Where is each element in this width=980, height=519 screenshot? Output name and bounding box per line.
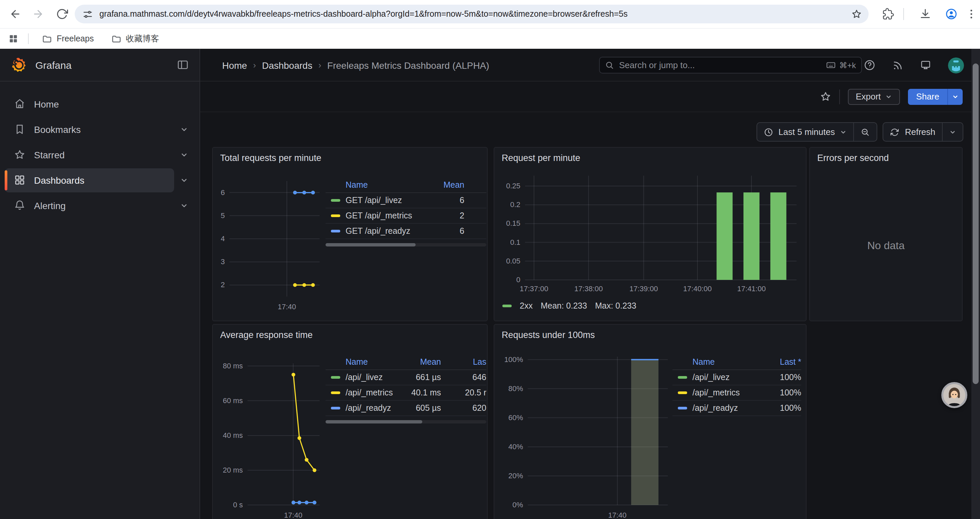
refresh-button[interactable]: Refresh [884,123,942,141]
expand-alerting-icon[interactable] [174,201,194,209]
total-requests-chart: 17:4065432 [213,170,323,314]
sidebar-item-bookmarks[interactable]: Bookmarks [5,117,194,142]
kiosk-monitor-icon[interactable] [920,59,931,71]
downloads-icon[interactable] [919,8,931,20]
help-icon[interactable] [864,59,875,71]
scrollbar-thumb[interactable] [973,64,978,384]
breadcrumb-separator: › [318,60,321,70]
breadcrumb-home[interactable]: Home [222,60,247,70]
legend-row[interactable]: /api/_readyz 100% [673,401,801,416]
legend-hscrollbar[interactable] [326,420,486,423]
svg-text:40%: 40% [508,442,523,451]
url-input[interactable] [99,10,851,19]
svg-text:17:37:00: 17:37:00 [520,284,548,293]
series-color-dash [331,214,340,217]
svg-text:20 ms: 20 ms [223,466,243,474]
panel-errors-per-second: Errors per second No data [809,147,963,321]
svg-text:40 ms: 40 ms [223,431,243,439]
svg-text:20%: 20% [508,471,523,480]
under-100ms-chart: 17:40100%80%60%40%20%0% [494,355,671,519]
legend-col-last[interactable]: Las [441,357,486,366]
news-rss-icon[interactable] [892,59,903,71]
legend-mean: Mean: 0.233 [541,301,587,311]
browser-toolbar [0,0,980,28]
legend-row[interactable]: GET /api/_livez 6 [326,193,486,208]
legend-col-last[interactable]: Last * [761,357,801,366]
legend-col-name[interactable]: Name [673,357,761,366]
legend-row[interactable]: /api/_livez 100% [673,370,801,385]
legend-row[interactable]: /api/_metrics 40.1 ms 20.5 r [326,385,486,401]
legend-hscrollbar[interactable] [326,243,486,246]
main-area: Home › Dashboards › Freeleaps Metrics Da… [200,49,980,519]
panel-title[interactable]: Total requests per minute [220,153,321,163]
bookmark-folder-blogs[interactable]: 收藏博客 [106,31,164,46]
user-avatar[interactable] [948,57,964,73]
expand-bookmarks-icon[interactable] [174,125,194,133]
reload-icon[interactable] [56,8,68,20]
search-box[interactable]: ⌘+k [599,57,862,73]
svg-text:0.15: 0.15 [506,219,520,227]
panel-title[interactable]: Average response time [220,330,313,340]
legend-line[interactable]: 2xx Mean: 0.233 Max: 0.233 [502,301,636,311]
legend-col-mean[interactable]: Mean [433,180,486,189]
sidebar-header: Grafana [0,49,199,81]
refresh-interval-button[interactable] [943,123,963,141]
sidebar-item-alerting[interactable]: Alerting [5,193,194,218]
time-range-button[interactable]: Last 5 minutes [757,123,854,141]
forward-icon[interactable] [32,8,44,20]
svg-text:17:38:00: 17:38:00 [574,284,603,293]
clock-icon [764,127,773,137]
extensions-icon[interactable] [882,8,894,20]
legend-col-name[interactable]: Name [326,357,394,366]
avatar-image [948,57,964,73]
legend-col-mean[interactable]: Mean [394,357,441,366]
breadcrumb-dashboards[interactable]: Dashboards [262,60,312,70]
page-scrollbar[interactable] [971,49,980,519]
screen: Freeleaps 收藏博客 Grafana [0,0,980,519]
legend-row[interactable]: /api/_livez 661 µs 646 [326,370,486,385]
legend-row[interactable]: GET /api/_metrics 2 [326,208,486,224]
svg-text:0.2: 0.2 [510,200,520,209]
expand-dashboards-icon[interactable] [174,176,194,184]
zoom-out-button[interactable] [854,123,877,141]
sidebar-item-dashboards[interactable]: Dashboards [5,168,194,192]
back-icon[interactable] [10,8,21,20]
export-button[interactable]: Export [848,88,900,105]
collapse-sidebar-icon[interactable] [177,59,189,71]
profile-icon[interactable] [945,8,957,20]
panel-title[interactable]: Request per minute [502,153,581,163]
omnibox[interactable] [75,5,869,23]
favorite-star-icon[interactable] [819,91,831,102]
sidebar-item-starred[interactable]: Starred [5,142,194,167]
search-input[interactable] [619,60,826,70]
expand-starred-icon[interactable] [174,151,194,159]
panel-title[interactable]: Errors per second [817,153,889,163]
refresh-icon [890,127,900,137]
floating-assistant-avatar[interactable] [941,382,967,408]
series-color-dash [331,407,340,409]
apps-grid-icon[interactable] [8,34,19,44]
legend-row[interactable]: GET /api/_readyz 6 [326,224,486,239]
legend-row[interactable]: /api/_metrics 100% [673,385,801,401]
bookmark-star-icon[interactable] [851,9,862,19]
bookmarks-bar: Freeleaps 收藏博客 [0,28,980,49]
share-dropdown-button[interactable] [948,88,963,105]
svg-text:6: 6 [221,188,225,197]
legend-row[interactable]: /api/_readyz 605 µs 620 [326,401,486,416]
legend-table: Name Last * /api/_livez 100% /api/_metri… [673,354,801,416]
request-per-minute-chart: 17:37:0017:38:0017:39:0017:40:0017:41:00… [500,172,800,296]
share-button[interactable]: Share [908,88,947,105]
bookmark-folder-freeleaps[interactable]: Freeleaps [37,32,99,46]
series-color-dash [678,376,687,379]
chevron-down-icon [886,93,892,100]
sidebar-item-label: Dashboards [34,175,84,185]
panel-title[interactable]: Requests under 100ms [502,330,595,340]
legend-col-name[interactable]: Name [326,180,433,189]
site-settings-icon[interactable] [83,9,93,19]
grafana-logo[interactable] [11,56,27,73]
svg-text:100%: 100% [504,355,523,364]
series-color-dash [331,199,340,202]
series-color-dash [331,230,340,232]
browser-menu-icon[interactable] [965,8,977,20]
sidebar-item-home[interactable]: Home [5,91,194,116]
